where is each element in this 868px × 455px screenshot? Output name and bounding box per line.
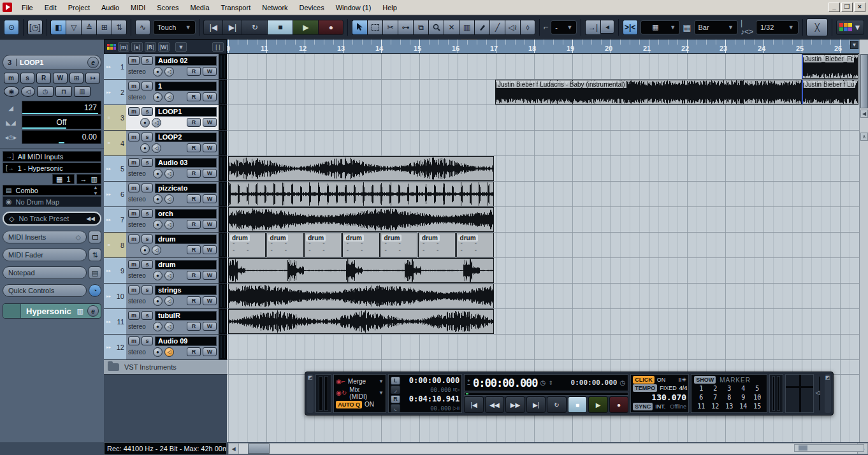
inspector-track-header[interactable]: 3 LOOP1 e [3,55,101,70]
pan-slider[interactable]: Off [22,115,101,129]
track-record-enable-button[interactable]: ● [153,220,163,229]
track-write-button[interactable]: W [203,67,217,76]
sync-row[interactable]: SYNC INT. Offline [633,403,686,410]
volume-slider[interactable]: 127 [22,101,101,115]
punch-out-icon[interactable]: ▷II [453,405,460,411]
vertical-zoom-up[interactable]: ∧ [860,133,868,141]
audio-clip[interactable] [228,258,494,283]
snap-small-button[interactable]: ◂ [600,20,614,34]
click-chip[interactable]: CLICK [633,376,655,384]
stop-button[interactable]: ■ [568,396,587,413]
left-locator-button[interactable]: L [391,377,400,385]
track-mute-button[interactable]: m [128,56,140,65]
cycle-button[interactable]: ↻ [242,20,267,35]
glue-tool-button[interactable]: ⊶ [398,20,413,35]
menu-item-devices[interactable]: Devices [294,2,330,13]
snap-onoff-button[interactable]: >|< [623,20,638,35]
horizontal-zoom-slider[interactable] [794,444,864,452]
audio-clip[interactable] [228,309,494,334]
track-monitor-button[interactable]: ◁ [152,118,161,127]
goto-next-marker-button[interactable]: ▶| [222,20,242,35]
track-write-button[interactable]: W [203,322,217,331]
track-row-audio-03[interactable]: ▸▸5msAudio 03stereo●◁RW [104,156,227,182]
menu-item-window-1-[interactable]: Window (1) [330,2,377,13]
marker-button-5[interactable]: 5 [750,385,764,392]
zoom-tool-button[interactable] [428,20,444,35]
meter-position-button[interactable]: [ | [212,42,224,52]
marker-button-10[interactable]: 10 [750,394,764,401]
track-row-loop2[interactable]: ≡4msLOOP2●◁RW [104,131,227,156]
overview-toggle-button[interactable]: ≙ [81,20,96,35]
track-read-button[interactable]: R [187,169,201,178]
section-quick-controls[interactable]: Quick Controls [3,284,87,297]
cycle-button[interactable]: ↻ [547,396,566,413]
audio-clip[interactable] [228,156,494,181]
minimize-button[interactable]: _ [828,3,840,12]
track-row-pizzicato[interactable]: ▸▸6mspizzicatostereo●◁RW [104,182,227,207]
track-solo-button[interactable]: s [141,285,153,294]
transport-panel[interactable]: ◉⌐ Merge ▼ ◉↻ Mix (MIDI) ▼ AUTO Q ON L 0… [305,372,834,415]
snap-type-button[interactable]: →| [585,20,600,35]
autoscroll-icon[interactable]: ⌐ [544,22,549,32]
section-midi-fader[interactable]: MIDI Fader [3,249,87,261]
track-record-enable-button[interactable]: ● [140,118,150,127]
track-row-drum[interactable]: ≡8msdrum●◁RW [104,233,227,258]
audio-clip[interactable] [228,207,494,232]
record-mode-select[interactable]: ◉⌐ Merge ▼ [336,376,384,387]
record-button[interactable]: ● [318,20,344,35]
menu-item-transport[interactable]: Transport [215,2,257,13]
section-notepad[interactable]: Notepad [3,266,87,279]
snap-mode-select[interactable]: ▦ ▼ [640,20,681,34]
close-button[interactable]: × [854,3,865,12]
track-monitor-button[interactable]: ◁ [164,322,174,331]
tempo-value[interactable]: 130.070 [633,393,686,402]
edit-channel-button[interactable]: e [87,57,99,68]
drum-map-select[interactable]: ◉ No Drum Map [3,196,101,207]
open-channel-button[interactable]: ⊞ [69,73,84,83]
menu-item-media[interactable]: Media [185,2,215,13]
track-row-audio-09[interactable]: ▸▸12msAudio 09stereo●◁RW [104,335,227,360]
color-tool-button[interactable]: ⬨ [520,20,535,35]
horizontal-scrollbar[interactable]: ◀ ▶ [228,443,868,454]
track-row-orch[interactable]: ▸▸7msorchstereo●◁RW [104,207,227,233]
racks-toggle-button[interactable]: ⊞ [96,20,112,35]
marker-button-2[interactable]: 2 [708,385,722,392]
track-read-button[interactable]: R [187,220,201,229]
solo-button[interactable]: s [20,73,35,83]
track-record-enable-button[interactable]: ● [140,143,150,153]
track-monitor-button[interactable]: ◁ [164,194,174,204]
menu-item-scores[interactable]: Scores [151,2,184,13]
midi-channel-select[interactable]: ▦ 1 [52,174,75,184]
menu-item-network[interactable]: Network [256,2,293,13]
track-solo-button[interactable]: s [141,336,153,345]
activate-project-button[interactable]: ⊙ [4,20,19,35]
time-signature[interactable]: 4/4 [679,385,688,391]
track-mute-button[interactable]: m [128,285,140,294]
vertical-scroll-thumb[interactable] [860,54,868,108]
quantize-select[interactable]: 1/32 ▼ [756,20,799,34]
track-solo-button[interactable]: s [141,158,153,167]
auto-quantize-row[interactable]: AUTO Q ON [336,399,384,410]
mixer-toggle-button[interactable]: ⇅ [112,20,127,35]
track-row-tubulr[interactable]: ▸▸11mstubulRstereo●◁RW [104,309,227,335]
track-row-audio-02[interactable]: ▸▸1msAudio 02stereo●◁RW [104,54,227,80]
track-monitor-button[interactable]: ◁ [152,143,161,153]
delay-slider[interactable]: 0.00 [22,130,101,144]
track-record-enable-button[interactable]: ● [153,347,163,357]
track-record-enable-button[interactable]: ● [153,322,163,331]
scrub-tool-button[interactable]: ◁≀ [505,20,520,35]
track-preset-select[interactable]: ◇ No Track Preset ◀◀ [3,212,101,226]
right-locator-button[interactable]: R [391,395,400,403]
rewind-button[interactable]: ◀◀ [485,396,504,413]
goto-end-button[interactable]: ▶| [526,396,546,413]
track-mute-button[interactable]: m [128,158,140,167]
goto-start-button[interactable]: |◀ [464,396,483,413]
select-tool-button[interactable] [352,20,367,35]
time-plus-minus[interactable]: +− [467,379,470,387]
split-tool-button[interactable]: ✂ [382,20,398,35]
stop-button[interactable]: ■ [267,20,293,35]
line-tool-button[interactable]: ╱ [489,20,505,35]
track-row-loop1[interactable]: ≡3msLOOP1●◁RW [104,105,227,131]
stepper-icon[interactable]: ▲▼ [93,185,98,196]
timebase-button[interactable]: ◷ [37,86,54,97]
